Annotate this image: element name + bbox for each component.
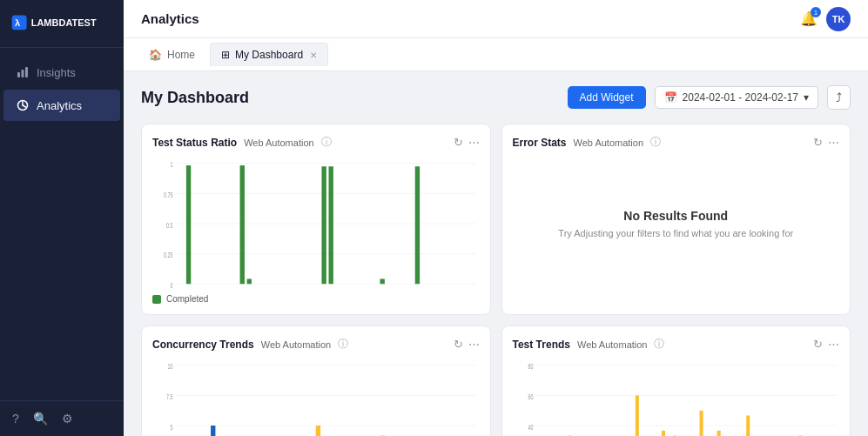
dashboard-body: My Dashboard Add Widget 📅 2024-02-01 - 2… (124, 71, 868, 436)
notification-badge: 1 (811, 7, 821, 17)
svg-rect-3 (17, 72, 20, 77)
widget-title-test-status-ratio: Test Status Ratio (152, 137, 237, 149)
more-icon-test-trends[interactable]: ⋯ (828, 338, 839, 351)
svg-rect-5 (25, 67, 28, 77)
share-button[interactable]: ⤴ (827, 85, 851, 110)
widget-test-status-ratio: Test Status Ratio Web Automation ⓘ ↻ ⋯ (141, 124, 491, 315)
header-actions: 🔔 1 TK (800, 7, 851, 31)
widget-subtitle-test-status-ratio: Web Automation (244, 138, 314, 148)
search-icon[interactable]: 🔍 (33, 412, 48, 426)
svg-rect-44 (316, 426, 320, 436)
analytics-icon (16, 98, 30, 112)
svg-rect-18 (240, 165, 245, 284)
tabs-bar: 🏠 Home ⊞ My Dashboard ✕ (124, 38, 868, 71)
share-icon: ⤴ (836, 91, 842, 104)
svg-rect-39 (211, 426, 215, 436)
widget-title-concurrency-trends: Concurrency Trends (152, 339, 254, 351)
refresh-icon-concurrency-trends[interactable]: ↻ (454, 338, 463, 351)
svg-text:5: 5 (170, 422, 172, 432)
chart-area-test-status-ratio: 1 0.75 0.5 0.25 0 01 Fe (152, 158, 480, 289)
svg-rect-70 (635, 395, 638, 436)
notification-bell[interactable]: 🔔 1 (800, 10, 818, 27)
chart-legend-test-status-ratio: Completed (152, 294, 480, 304)
widget-actions-test-trends: ↻ ⋯ (813, 338, 839, 351)
refresh-icon-error-stats[interactable]: ↻ (813, 136, 823, 149)
settings-icon[interactable]: ⚙ (62, 412, 73, 426)
app-header: Analytics 🔔 1 TK (124, 0, 868, 38)
sidebar-bottom-icons: ? 🔍 ⚙ (0, 400, 124, 436)
more-icon[interactable]: ⋯ (468, 136, 480, 149)
info-icon-error-stats[interactable]: ⓘ (650, 135, 661, 150)
widget-subtitle-concurrency-trends: Web Automation (261, 339, 332, 350)
home-icon: 🏠 (149, 49, 162, 61)
sidebar-navigation: Insights Analytics (0, 48, 124, 400)
no-results-error-stats: No Results Found Try Adjusting your filt… (513, 158, 840, 289)
widget-error-stats: Error Stats Web Automation ⓘ ↻ ⋯ No Resu… (501, 124, 851, 315)
widget-header-test-status-ratio: Test Status Ratio Web Automation ⓘ ↻ ⋯ (152, 135, 480, 150)
svg-text:0.25: 0.25 (164, 251, 172, 260)
svg-text:0.75: 0.75 (164, 190, 172, 199)
legend-label-completed: Completed (166, 294, 208, 304)
svg-rect-21 (329, 166, 333, 284)
info-icon[interactable]: ⓘ (321, 135, 332, 150)
tab-close-button[interactable]: ✕ (310, 50, 317, 60)
svg-text:0: 0 (170, 280, 172, 289)
dashboard-header: My Dashboard Add Widget 📅 2024-02-01 - 2… (141, 85, 851, 110)
svg-text:0.5: 0.5 (166, 220, 172, 230)
svg-text:10: 10 (168, 362, 173, 372)
widget-test-trends: Test Trends Web Automation ⓘ ↻ ⋯ (501, 325, 851, 436)
svg-text:40: 40 (528, 422, 533, 432)
user-avatar[interactable]: TK (826, 7, 851, 31)
widget-subtitle-error-stats: Web Automation (574, 138, 644, 148)
sidebar-item-analytics-label: Analytics (37, 99, 82, 112)
widget-actions-test-status-ratio: ↻ ⋯ (454, 136, 480, 149)
dashboard-controls: Add Widget 📅 2024-02-01 - 2024-02-17 ▾ ⤴ (568, 85, 851, 110)
widget-header-error-stats: Error Stats Web Automation ⓘ ↻ ⋯ (513, 135, 840, 150)
svg-rect-75 (699, 411, 703, 436)
calendar-icon: 📅 (664, 91, 677, 104)
widget-subtitle-test-trends: Web Automation (577, 339, 648, 350)
date-range-button[interactable]: 📅 2024-02-01 - 2024-02-17 ▾ (655, 86, 818, 109)
widgets-grid: Test Status Ratio Web Automation ⓘ ↻ ⋯ (141, 124, 851, 436)
add-widget-button[interactable]: Add Widget (568, 86, 646, 109)
svg-rect-20 (321, 166, 326, 284)
svg-rect-23 (415, 166, 420, 284)
more-icon-concurrency-trends[interactable]: ⋯ (468, 338, 480, 351)
svg-rect-22 (380, 278, 385, 284)
tab-my-dashboard[interactable]: ⊞ My Dashboard ✕ (210, 43, 328, 66)
widget-title-test-trends: Test Trends (513, 339, 570, 351)
tab-my-dashboard-label: My Dashboard (235, 49, 303, 61)
sidebar-logo: LAMBDATEST λ (0, 0, 124, 48)
more-icon-error-stats[interactable]: ⋯ (828, 136, 839, 149)
help-icon[interactable]: ? (12, 412, 19, 426)
svg-text:λ: λ (15, 17, 20, 28)
info-icon-concurrency-trends[interactable]: ⓘ (338, 337, 348, 352)
svg-text:60: 60 (528, 392, 533, 401)
widget-concurrency-trends: Concurrency Trends Web Automation ⓘ ↻ ⋯ (141, 325, 491, 436)
sidebar-item-analytics[interactable]: Analytics (3, 90, 120, 121)
tab-home[interactable]: 🏠 Home (138, 43, 206, 66)
widget-header-concurrency-trends: Concurrency Trends Web Automation ⓘ ↻ ⋯ (152, 337, 480, 352)
dashboard-icon: ⊞ (221, 49, 230, 61)
sidebar-item-insights-label: Insights (37, 66, 76, 79)
svg-rect-78 (746, 415, 750, 436)
tab-home-label: Home (167, 49, 195, 61)
sidebar-item-insights[interactable]: Insights (3, 57, 120, 88)
dashboard-title: My Dashboard (141, 89, 249, 107)
header-title: Analytics (141, 11, 199, 26)
widget-header-test-trends: Test Trends Web Automation ⓘ ↻ ⋯ (513, 337, 840, 352)
no-results-title: No Results Found (623, 209, 728, 223)
chart-area-test-trends: 80 60 40 20 0 (513, 360, 840, 436)
date-range-text: 2024-02-01 - 2024-02-17 (683, 91, 798, 104)
refresh-icon-test-trends[interactable]: ↻ (813, 338, 823, 351)
svg-rect-19 (247, 278, 252, 284)
svg-rect-17 (186, 165, 191, 284)
widget-title-error-stats: Error Stats (513, 137, 567, 149)
refresh-icon[interactable]: ↻ (454, 136, 463, 149)
svg-text:80: 80 (528, 362, 533, 372)
chevron-down-icon: ▾ (804, 91, 809, 104)
widget-actions-concurrency-trends: ↻ ⋯ (454, 338, 480, 351)
info-icon-test-trends[interactable]: ⓘ (654, 337, 664, 352)
widget-actions-error-stats: ↻ ⋯ (813, 136, 839, 149)
legend-dot-completed (152, 295, 161, 304)
